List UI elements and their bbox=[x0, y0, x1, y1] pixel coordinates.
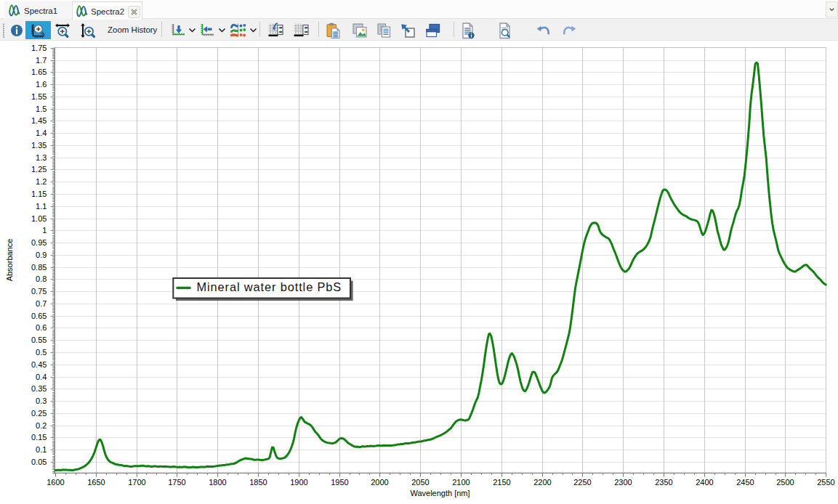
svg-text:Wavelength [nm]: Wavelength [nm] bbox=[410, 489, 470, 497]
svg-text:Absorbance: Absorbance bbox=[5, 239, 14, 282]
svg-text:1.55: 1.55 bbox=[31, 92, 47, 101]
svg-text:1: 1 bbox=[42, 226, 47, 235]
svg-text:0.6: 0.6 bbox=[36, 323, 47, 332]
svg-text:2500: 2500 bbox=[776, 478, 794, 487]
svg-text:0.7: 0.7 bbox=[36, 299, 47, 308]
svg-text:Mineral water bottle PbS: Mineral water bottle PbS bbox=[197, 280, 342, 293]
svg-text:2150: 2150 bbox=[493, 478, 510, 487]
svg-text:1900: 1900 bbox=[290, 478, 307, 487]
svg-text:0.55: 0.55 bbox=[31, 336, 47, 344]
svg-text:2050: 2050 bbox=[411, 478, 429, 487]
svg-text:1800: 1800 bbox=[209, 478, 226, 487]
svg-text:1.5: 1.5 bbox=[36, 105, 47, 113]
svg-text:2300: 2300 bbox=[614, 478, 632, 487]
svg-text:0.85: 0.85 bbox=[31, 263, 47, 272]
svg-text:1.75: 1.75 bbox=[31, 44, 47, 52]
svg-text:0.45: 0.45 bbox=[31, 360, 47, 369]
svg-text:1.7: 1.7 bbox=[36, 56, 47, 65]
svg-text:0.75: 0.75 bbox=[31, 287, 47, 296]
svg-text:2200: 2200 bbox=[533, 478, 551, 487]
svg-text:1.1: 1.1 bbox=[36, 202, 47, 211]
svg-text:0.3: 0.3 bbox=[36, 397, 47, 405]
svg-text:1.15: 1.15 bbox=[31, 190, 47, 198]
svg-text:0.35: 0.35 bbox=[31, 384, 47, 393]
svg-text:0.8: 0.8 bbox=[36, 275, 47, 283]
svg-text:1.4: 1.4 bbox=[36, 129, 47, 137]
svg-text:1.6: 1.6 bbox=[36, 80, 47, 89]
svg-text:0.9: 0.9 bbox=[36, 251, 47, 259]
svg-text:2000: 2000 bbox=[371, 478, 388, 487]
svg-text:2350: 2350 bbox=[655, 478, 672, 487]
svg-text:1650: 1650 bbox=[87, 478, 105, 487]
svg-text:2100: 2100 bbox=[452, 478, 470, 487]
svg-text:0.4: 0.4 bbox=[36, 373, 47, 381]
svg-text:2550: 2550 bbox=[817, 478, 834, 487]
svg-text:1.25: 1.25 bbox=[31, 165, 47, 174]
svg-text:0.25: 0.25 bbox=[31, 409, 47, 418]
svg-text:2450: 2450 bbox=[736, 478, 754, 487]
svg-text:1600: 1600 bbox=[47, 478, 64, 487]
svg-text:1.35: 1.35 bbox=[31, 141, 47, 150]
svg-text:1850: 1850 bbox=[249, 478, 267, 487]
svg-text:1.05: 1.05 bbox=[31, 214, 47, 223]
svg-text:0.5: 0.5 bbox=[36, 348, 47, 357]
svg-text:0.1: 0.1 bbox=[36, 445, 47, 454]
svg-text:0.15: 0.15 bbox=[31, 433, 47, 442]
svg-text:1.2: 1.2 bbox=[36, 177, 47, 186]
svg-text:0.65: 0.65 bbox=[31, 312, 47, 320]
svg-text:1700: 1700 bbox=[128, 478, 145, 487]
svg-text:1.45: 1.45 bbox=[31, 116, 47, 125]
svg-text:0.05: 0.05 bbox=[31, 458, 47, 466]
svg-text:0.95: 0.95 bbox=[31, 238, 47, 247]
svg-text:1.3: 1.3 bbox=[36, 153, 47, 162]
svg-text:1950: 1950 bbox=[331, 478, 348, 487]
svg-text:1750: 1750 bbox=[168, 478, 185, 487]
svg-text:2250: 2250 bbox=[573, 478, 591, 487]
svg-text:2400: 2400 bbox=[696, 478, 713, 487]
svg-text:0.2: 0.2 bbox=[36, 421, 47, 430]
svg-text:1.65: 1.65 bbox=[31, 68, 47, 76]
